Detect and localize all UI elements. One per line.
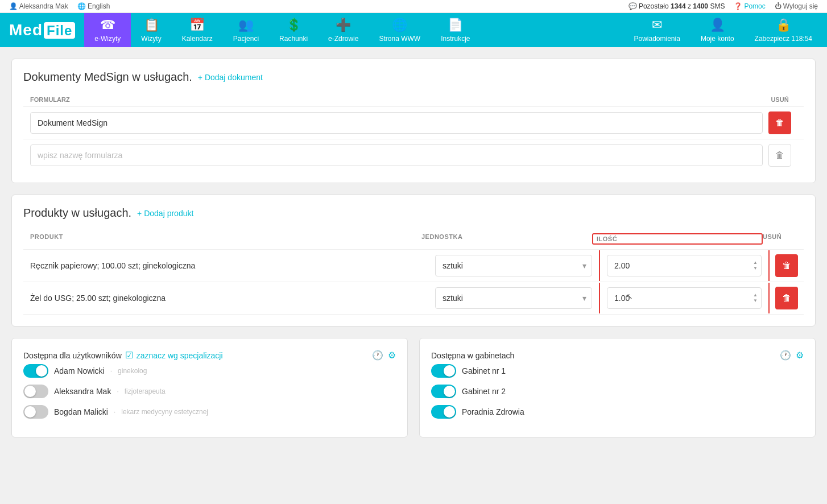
medsign-input-1[interactable] xyxy=(30,112,763,134)
medsign-section: Dokumenty MedSign w usługach. + Dodaj do… xyxy=(11,59,816,183)
medsign-row-2: 🗑 xyxy=(23,139,804,171)
medsign-table-header: FORMULARZ USUŃ xyxy=(23,93,804,107)
users-settings-icon[interactable]: ⚙ xyxy=(388,350,396,361)
product-delete-1[interactable]: 🗑 xyxy=(775,254,798,277)
logo[interactable]: MedFile xyxy=(5,13,84,47)
calendar-icon: 📅 xyxy=(189,18,205,32)
topbar-left: 👤 Aleksandra Mak 🌐 English xyxy=(9,2,110,10)
doc-icon: 📄 xyxy=(448,18,463,32)
help-link[interactable]: ❓ Pomoc xyxy=(734,2,765,10)
cabinets-title-actions: 🕐 ⚙ xyxy=(780,350,804,361)
nav-item-e-wizyty[interactable]: ☎ e-Wizyty xyxy=(84,13,131,47)
nav-item-strona-www[interactable]: 🌐 Strona WWW xyxy=(369,13,431,47)
cabinets-history-icon[interactable]: 🕐 xyxy=(780,350,791,361)
users-card: Dostępna dla użytkowników ☑ zaznacz wg s… xyxy=(11,338,408,437)
cabinet-row-2: Gabinet nr 2 xyxy=(431,385,804,398)
unit-select-wrap-2: sztuki xyxy=(435,287,592,309)
cabinets-card: Dostępna w gabinetach 🕐 ⚙ Gabinet nr 1 G… xyxy=(419,338,816,437)
product-unit-2-wrap: sztuki xyxy=(428,283,599,313)
product-row-2: Żel do USG; 25.00 szt; ginekologiczna sz… xyxy=(23,282,804,315)
cabinet-toggle-1[interactable] xyxy=(431,364,456,378)
medsign-delete-2[interactable]: 🗑 xyxy=(768,144,791,167)
nav-item-powiadomienia[interactable]: ✉ Powiadomienia xyxy=(624,13,690,47)
user-toggle-2[interactable] xyxy=(23,385,48,398)
logo-text: MedFile xyxy=(9,21,75,39)
product-delete-2-cell: 🗑 xyxy=(770,282,804,314)
qty-wrap-2: ▲ ▼ xyxy=(607,287,762,309)
medsign-delete-1[interactable]: 🗑 xyxy=(768,111,791,134)
main-nav: MedFile ☎ e-Wizyty 📋 Wizyty 📅 Kalendarz … xyxy=(0,13,827,47)
product-name-1: Ręcznik papierowy; 100.00 szt; ginekolog… xyxy=(23,257,428,275)
add-product-link[interactable]: + Dodaj produkt xyxy=(137,209,193,218)
unit-select-wrap-1: sztuki xyxy=(435,255,592,276)
qty-down-2[interactable]: ▼ xyxy=(751,298,759,304)
cabinets-settings-icon[interactable]: ⚙ xyxy=(796,350,804,361)
users-title-actions: 🕐 ⚙ xyxy=(372,350,396,361)
bottom-section: Dostępna dla użytkowników ☑ zaznacz wg s… xyxy=(11,338,816,437)
nav-item-rachunki[interactable]: 💲 Rachunki xyxy=(269,13,318,47)
products-title: Produkty w usługach. + Dodaj produkt xyxy=(23,206,804,220)
phone-icon: ☎ xyxy=(100,18,115,32)
nav-item-moje-konto[interactable]: 👤 Moje konto xyxy=(690,13,745,47)
topbar-right: 💬 Pozostało 1344 z 1400 SMS ❓ Pomoc ⏻ Wy… xyxy=(628,2,818,10)
product-delete-1-cell: 🗑 xyxy=(770,250,804,282)
product-name-2: Żel do USG; 25.00 szt; ginekologiczna xyxy=(23,289,428,307)
nav-items: ☎ e-Wizyty 📋 Wizyty 📅 Kalendarz 👥 Pacjen… xyxy=(84,13,623,47)
user-row-3: Bogdan Malicki · lekarz medycyny estetyc… xyxy=(23,405,396,419)
account-icon: 👤 xyxy=(710,18,725,32)
lock-icon: 🔒 xyxy=(776,18,791,32)
nav-item-e-zdrowie[interactable]: ➕ e-Zdrowie xyxy=(318,13,369,47)
topbar-user: 👤 Aleksandra Mak xyxy=(9,2,68,10)
unit-select-1[interactable]: sztuki xyxy=(435,255,592,276)
user-toggle-1[interactable] xyxy=(23,364,48,378)
topbar: 👤 Aleksandra Mak 🌐 English 💬 Pozostało 1… xyxy=(0,0,827,13)
zaznacz-link[interactable]: zaznacz wg specjalizacji xyxy=(137,351,223,360)
user-row-1: Adam Nowicki · ginekolog xyxy=(23,364,396,378)
qty-up-1[interactable]: ▲ xyxy=(751,260,759,266)
cabinet-row-1: Gabinet nr 1 xyxy=(431,364,804,378)
qty-spinner-2: ▲ ▼ xyxy=(751,292,759,304)
cabinet-toggle-2[interactable] xyxy=(431,385,456,398)
clipboard-icon: 📋 xyxy=(144,18,159,32)
nav-item-zabezpiecz[interactable]: 🔒 Zabezpiecz 118:54 xyxy=(745,13,822,47)
nav-item-instrukcje[interactable]: 📄 Instrukcje xyxy=(431,13,480,47)
qty-input-2[interactable] xyxy=(607,287,762,309)
main-content: Dokumenty MedSign w usługach. + Dodaj do… xyxy=(0,47,827,477)
qty-down-1[interactable]: ▼ xyxy=(751,266,759,271)
logout-link[interactable]: ⏻ Wyloguj się xyxy=(775,2,818,10)
user-toggle-3[interactable] xyxy=(23,405,48,419)
nav-item-kalendarz[interactable]: 📅 Kalendarz xyxy=(172,13,223,47)
unit-select-2[interactable]: sztuki xyxy=(435,287,592,309)
users-history-icon[interactable]: 🕐 xyxy=(372,350,383,361)
add-document-link[interactable]: + Dodaj dokument xyxy=(198,73,263,82)
products-section: Produkty w usługach. + Dodaj produkt PRO… xyxy=(11,195,816,327)
people-icon: 👥 xyxy=(238,18,254,32)
product-qty-1-wrap: ▲ ▼ xyxy=(599,250,770,281)
qty-spinner-1: ▲ ▼ xyxy=(751,260,759,271)
user-row-2: Aleksandra Mak · fizjoterapeuta xyxy=(23,385,396,398)
power-icon: ⏻ xyxy=(775,2,781,10)
medsign-input-2[interactable] xyxy=(30,144,763,166)
chat-icon: 💬 xyxy=(628,2,637,10)
nav-item-pacjenci[interactable]: 👥 Pacjenci xyxy=(223,13,269,47)
qty-up-2[interactable]: ▲ xyxy=(751,292,759,298)
product-delete-2[interactable]: 🗑 xyxy=(775,287,798,309)
qty-wrap-1: ▲ ▼ xyxy=(607,255,762,276)
product-row-1: Ręcznik papierowy; 100.00 szt; ginekolog… xyxy=(23,250,804,282)
cabinet-row-3: Poradnia Zdrowia xyxy=(431,405,804,419)
topbar-language[interactable]: 🌐 English xyxy=(77,2,110,10)
cabinets-card-title: Dostępna w gabinetach 🕐 ⚙ xyxy=(431,350,804,361)
products-table-header: PRODUKT JEDNOSTKA ILOŚĆ USUŃ xyxy=(23,229,804,250)
users-card-title: Dostępna dla użytkowników ☑ zaznacz wg s… xyxy=(23,350,396,361)
dollar-icon: 💲 xyxy=(286,18,301,32)
cabinet-toggle-3[interactable] xyxy=(431,405,456,419)
qty-input-1[interactable] xyxy=(607,255,762,276)
plus-icon: ➕ xyxy=(336,18,351,32)
nav-item-wizyty[interactable]: 📋 Wizyty xyxy=(131,13,171,47)
globe-icon: 🌐 xyxy=(77,2,86,10)
nav-right: ✉ Powiadomienia 👤 Moje konto 🔒 Zabezpiec… xyxy=(624,13,823,47)
mail-icon: ✉ xyxy=(652,18,662,32)
product-unit-1-wrap: sztuki xyxy=(428,250,599,281)
users-title-left: Dostępna dla użytkowników ☑ zaznacz wg s… xyxy=(23,350,223,361)
medsign-row-1: 🗑 xyxy=(23,107,804,139)
